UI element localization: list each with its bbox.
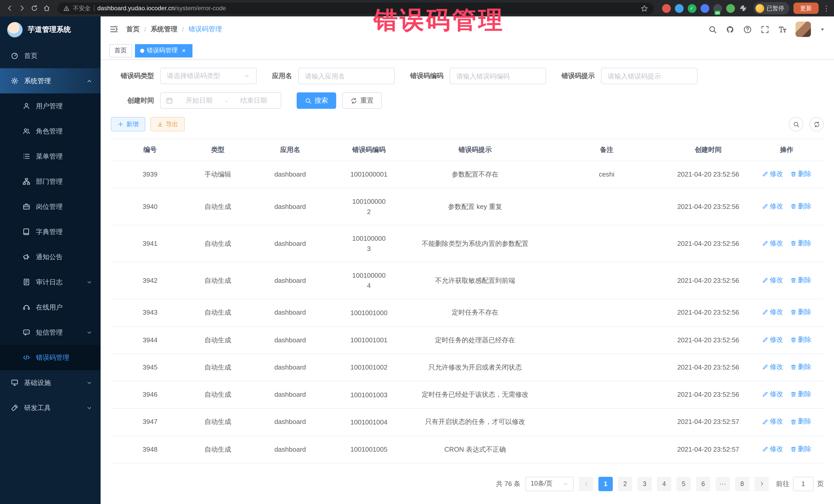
sidebar-item-system-mgmt[interactable]: 系统管理 <box>0 68 101 93</box>
github-icon[interactable] <box>726 25 734 34</box>
sidebar-item-sms-mgmt[interactable]: 短信管理 <box>0 320 101 345</box>
breadcrumb-item[interactable]: 系统管理 <box>151 25 177 34</box>
reload-icon[interactable] <box>29 3 40 14</box>
search-icon[interactable] <box>708 25 717 34</box>
refresh-table-button[interactable] <box>809 117 824 131</box>
page-button-1[interactable]: 1 <box>598 477 613 491</box>
browser-menu-kebab-icon[interactable]: ⋮ <box>823 3 830 14</box>
delete-link[interactable]: 删除 <box>790 275 811 285</box>
start-date-placeholder: 开始日期 <box>177 96 221 105</box>
sidebar-item-error-code-mgmt[interactable]: 错误码管理 <box>0 345 101 370</box>
edit-link[interactable]: 修改 <box>762 363 783 372</box>
delete-link[interactable]: 删除 <box>790 390 811 399</box>
add-button[interactable]: 新增 <box>111 117 145 131</box>
question-icon[interactable] <box>743 25 752 34</box>
pager-ellipsis[interactable]: ··· <box>716 477 730 491</box>
url-path: /system/error-code <box>175 5 226 12</box>
edit-link[interactable]: 修改 <box>762 201 783 211</box>
sidebar-item-dept-mgmt[interactable]: 部门管理 <box>0 169 101 194</box>
extension-icon-red[interactable] <box>662 4 671 13</box>
extensions-puzzle-icon[interactable] <box>739 4 747 12</box>
edit-link[interactable]: 修改 <box>762 335 783 344</box>
sms-icon <box>23 328 30 336</box>
sidebar-item-user-mgmt[interactable]: 用户管理 <box>0 93 101 118</box>
close-icon[interactable]: × <box>180 47 187 54</box>
sidebar-item-online-users[interactable]: 在线用户 <box>0 294 101 320</box>
cell-hint: 参数配置不存在 <box>404 161 547 188</box>
cell-time: 2021-04-20 23:52:56 <box>667 299 750 327</box>
avatar[interactable] <box>795 22 811 37</box>
page-button-6[interactable]: 6 <box>696 477 710 491</box>
delete-link[interactable]: 删除 <box>790 444 811 454</box>
back-icon[interactable] <box>4 3 15 14</box>
tab-home[interactable]: 首页 <box>109 44 132 57</box>
delete-link[interactable]: 删除 <box>790 238 811 248</box>
export-button[interactable]: 导出 <box>150 117 185 131</box>
edit-link[interactable]: 修改 <box>762 308 783 317</box>
update-button[interactable]: 更新 <box>793 3 819 14</box>
delete-link[interactable]: 删除 <box>790 417 811 426</box>
extension-icon-green-check[interactable]: ✓ <box>687 4 696 13</box>
toggle-search-button[interactable] <box>789 117 803 131</box>
edit-link[interactable]: 修改 <box>762 275 783 285</box>
address-bar[interactable]: 不安全 dashboard.yudao.iocoder.cn/system/er… <box>58 2 654 14</box>
page-button-8[interactable]: 8 <box>735 477 749 491</box>
breadcrumb-item[interactable]: 首页 <box>126 25 139 34</box>
page-button-3[interactable]: 3 <box>637 477 652 491</box>
forward-icon[interactable] <box>17 3 28 14</box>
delete-link[interactable]: 删除 <box>790 308 811 317</box>
sidebar-item-role-mgmt[interactable]: 角色管理 <box>0 118 101 144</box>
app-name-input[interactable] <box>298 68 395 84</box>
sidebar-item-home[interactable]: 首页 <box>0 43 101 68</box>
error-hint-input[interactable] <box>601 68 698 84</box>
page-button-5[interactable]: 5 <box>676 477 691 491</box>
cell-actions: 修改删除 <box>750 188 824 225</box>
page-size-select[interactable]: 10条/页 <box>526 477 574 491</box>
fullscreen-icon[interactable] <box>761 25 769 34</box>
search-button[interactable]: 搜索 <box>297 92 336 109</box>
sidebar-item-post-mgmt[interactable]: 岗位管理 <box>0 194 101 219</box>
next-page-button[interactable] <box>754 477 769 491</box>
error-type-select[interactable]: 请选择错误码类型 <box>160 68 257 84</box>
profile-chip[interactable]: 已暂停 <box>753 2 789 14</box>
home-icon[interactable] <box>41 3 52 14</box>
page-button-2[interactable]: 2 <box>618 477 632 491</box>
font-size-icon[interactable] <box>778 25 787 34</box>
refresh-icon <box>813 121 820 128</box>
table-row: 3945自动生成dashboard1001001002只允许修改为开启或者关闭状… <box>111 354 824 381</box>
table-row: 3948自动生成dashboard1001001005CRON 表达式不正确20… <box>111 436 824 463</box>
tab-error-code[interactable]: 错误码管理× <box>135 44 193 57</box>
table-head-row: 编号类型应用名错误码编码错误码提示备注创建时间操作 <box>111 139 824 161</box>
caret-down-icon[interactable] <box>820 26 825 32</box>
edit-link[interactable]: 修改 <box>762 444 783 454</box>
delete-link[interactable]: 删除 <box>790 201 811 211</box>
hamburger-icon[interactable] <box>109 25 118 34</box>
reset-button[interactable]: 重置 <box>342 92 382 109</box>
extension-icon-blue-drop[interactable] <box>675 4 683 13</box>
prev-page-button[interactable] <box>579 477 593 491</box>
sidebar-item-infrastructure[interactable]: 基础设施 <box>0 370 101 395</box>
edit-link[interactable]: 修改 <box>762 390 783 399</box>
extension-icon-proxy[interactable]: on <box>713 4 722 13</box>
edit-link[interactable]: 修改 <box>762 169 783 179</box>
cell-remark <box>546 326 667 354</box>
goto-page-input[interactable] <box>793 477 813 491</box>
delete-link[interactable]: 删除 <box>790 335 811 344</box>
error-code-input[interactable] <box>449 68 546 84</box>
delete-link[interactable]: 删除 <box>790 169 811 179</box>
cell-type: 自动生成 <box>190 436 246 463</box>
extension-icon-grid[interactable] <box>700 4 709 13</box>
sidebar-item-audit-log[interactable]: 审计日志 <box>0 269 101 294</box>
delete-link[interactable]: 删除 <box>790 363 811 372</box>
chevron-down-icon <box>86 379 92 386</box>
sidebar-item-dict-mgmt[interactable]: 字典管理 <box>0 219 101 244</box>
sidebar-item-menu-mgmt[interactable]: 菜单管理 <box>0 144 101 169</box>
extension-icon-green-leaf[interactable] <box>726 4 735 13</box>
sidebar-item-notice[interactable]: 通知公告 <box>0 244 101 269</box>
date-range-picker[interactable]: 开始日期 - 结束日期 <box>160 92 281 109</box>
bookmark-star-icon[interactable] <box>640 4 648 12</box>
page-button-4[interactable]: 4 <box>657 477 671 491</box>
sidebar-item-dev-tools[interactable]: 研发工具 <box>0 395 101 420</box>
edit-link[interactable]: 修改 <box>762 417 783 426</box>
edit-link[interactable]: 修改 <box>762 238 783 248</box>
